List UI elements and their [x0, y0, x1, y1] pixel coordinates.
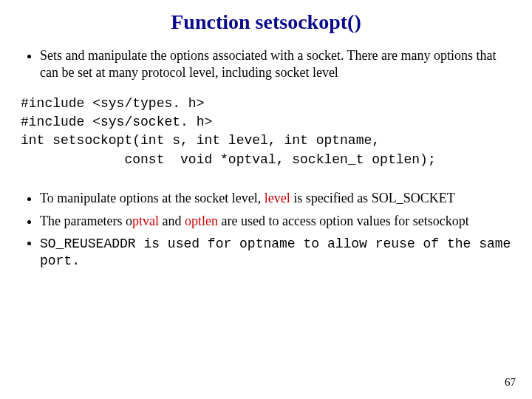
- bullet-list-2: To manipulate options at the socket leve…: [21, 190, 511, 270]
- code-block: #include <sys/types. h> #include <sys/so…: [21, 95, 511, 169]
- bullet-3: The parameters optval and optlen are use…: [40, 213, 511, 230]
- bullet-1: Sets and manipulate the options associat…: [40, 47, 511, 81]
- text: is specified as SOL_SOCKET: [290, 191, 455, 205]
- keyword-ptval: ptval: [132, 214, 159, 228]
- keyword-level: level: [265, 191, 290, 205]
- text: is used for: [136, 236, 239, 251]
- slide: Function setsockopt() Sets and manipulat…: [0, 0, 532, 399]
- page-number: 67: [505, 376, 516, 389]
- keyword-optlen: optlen: [185, 214, 218, 228]
- text: SO_REUSEADDR: [40, 236, 136, 251]
- text: are used to access option values for set…: [218, 214, 469, 228]
- bullet-2: To manipulate options at the socket leve…: [40, 190, 511, 207]
- text: and: [159, 214, 185, 228]
- bullet-list-1: Sets and manipulate the options associat…: [21, 47, 511, 81]
- slide-title: Function setsockopt(): [21, 10, 511, 34]
- text: optname: [239, 236, 296, 251]
- text: To manipulate options at the socket leve…: [40, 191, 265, 205]
- bullet-4: SO_REUSEADDR is used for optname to allo…: [40, 236, 511, 270]
- text: The parameters o: [40, 214, 132, 228]
